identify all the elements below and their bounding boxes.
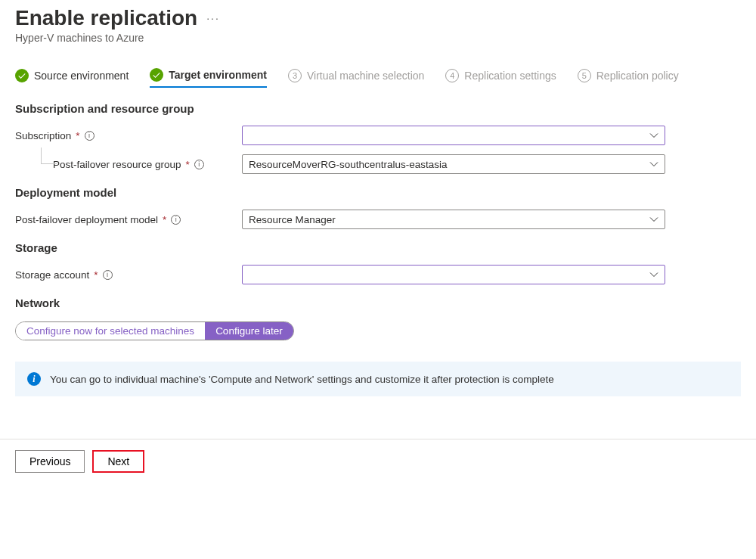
- wizard-footer: Previous Next: [0, 439, 756, 483]
- info-icon[interactable]: i: [85, 131, 94, 141]
- info-icon: i: [27, 372, 41, 386]
- wizard-steps: Source environment Target environment 3 …: [15, 68, 741, 89]
- section-network: Network: [15, 297, 741, 309]
- step-label: Replication policy: [596, 70, 679, 82]
- next-button[interactable]: Next: [92, 450, 144, 473]
- select-value: Resource Manager: [249, 214, 336, 225]
- step-source-environment[interactable]: Source environment: [15, 68, 129, 88]
- check-icon: [15, 69, 29, 82]
- step-label: Virtual machine selection: [307, 70, 424, 82]
- step-label: Replication settings: [464, 70, 556, 82]
- required-mark: *: [163, 214, 166, 225]
- step-label: Target environment: [169, 69, 267, 81]
- storage-account-label: Storage account * i: [15, 269, 242, 281]
- info-icon[interactable]: i: [103, 270, 113, 280]
- info-text: You can go to individual machine's 'Comp…: [50, 374, 554, 385]
- deployment-model-label: Post-failover deployment model * i: [15, 214, 242, 225]
- required-mark: *: [76, 130, 79, 141]
- required-mark: *: [186, 159, 190, 170]
- page-subtitle: Hyper-V machines to Azure: [15, 32, 741, 44]
- step-label: Source environment: [34, 70, 129, 82]
- info-banner: i You can go to individual machine's 'Co…: [15, 362, 741, 396]
- more-actions[interactable]: ···: [206, 12, 220, 24]
- subscription-label: Subscription * i: [15, 130, 242, 141]
- chevron-down-icon: [649, 215, 658, 224]
- network-configure-toggle[interactable]: Configure now for selected machines Conf…: [15, 321, 294, 340]
- chevron-down-icon: [649, 131, 658, 140]
- storage-account-select[interactable]: [242, 265, 665, 284]
- deployment-model-select[interactable]: Resource Manager: [242, 210, 665, 229]
- step-replication-settings[interactable]: 4 Replication settings: [445, 68, 556, 88]
- section-subscription-rg: Subscription and resource group: [15, 102, 741, 115]
- subscription-select[interactable]: [242, 126, 665, 145]
- chevron-down-icon: [649, 270, 658, 279]
- configure-later-option[interactable]: Configure later: [205, 322, 293, 340]
- step-number-icon: 3: [288, 69, 302, 82]
- step-number-icon: 4: [445, 69, 459, 82]
- step-number-icon: 5: [578, 69, 591, 82]
- info-icon[interactable]: i: [171, 215, 181, 225]
- select-value: ResourceMoverRG-southcentralus-eastasia: [249, 159, 448, 170]
- step-replication-policy[interactable]: 5 Replication policy: [578, 68, 679, 88]
- chevron-down-icon: [649, 160, 658, 169]
- info-icon[interactable]: i: [194, 160, 204, 169]
- configure-now-option[interactable]: Configure now for selected machines: [16, 322, 205, 340]
- step-target-environment[interactable]: Target environment: [150, 68, 267, 88]
- step-vm-selection[interactable]: 3 Virtual machine selection: [288, 68, 424, 88]
- page-title: Enable replication: [15, 6, 197, 30]
- tree-connector: [41, 148, 57, 164]
- previous-button[interactable]: Previous: [15, 450, 85, 473]
- section-storage: Storage: [15, 241, 741, 254]
- section-deployment-model: Deployment model: [15, 186, 741, 199]
- resource-group-select[interactable]: ResourceMoverRG-southcentralus-eastasia: [242, 154, 665, 174]
- required-mark: *: [94, 269, 98, 281]
- check-icon: [150, 68, 163, 82]
